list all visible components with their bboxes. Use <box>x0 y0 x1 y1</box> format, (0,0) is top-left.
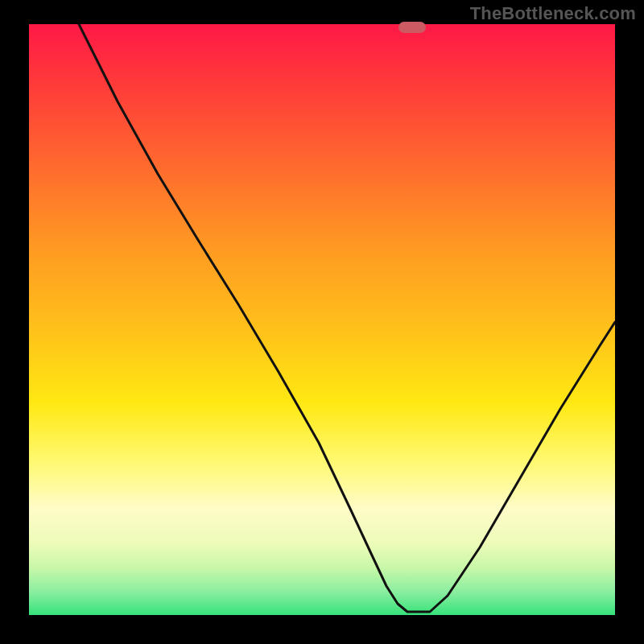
bottleneck-curve <box>79 24 615 612</box>
curve-svg <box>29 24 615 615</box>
watermark-text: TheBottleneck.com <box>470 3 636 24</box>
chart-frame: TheBottleneck.com <box>0 0 644 644</box>
plot-area <box>29 24 615 615</box>
optimum-marker <box>398 22 426 33</box>
